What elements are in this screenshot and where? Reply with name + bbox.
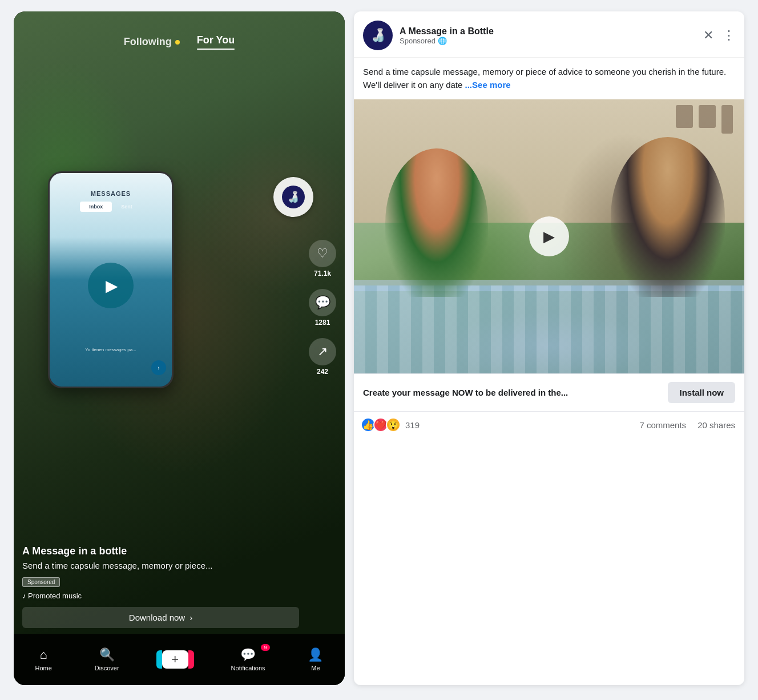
fb-avatar: 🍶	[363, 21, 393, 50]
nav-me-label: Me	[311, 665, 320, 671]
cta-label: Download now	[129, 613, 185, 622]
comment-icon: 💬	[309, 289, 336, 316]
fb-video-thumbnail[interactable]: ▶	[354, 99, 744, 373]
nav-discover-label: Discover	[95, 665, 119, 671]
notification-icon: 💬	[240, 647, 256, 662]
fb-description-text: Send a time capsule message, memory or p…	[363, 67, 726, 90]
fb-cta-text: Create your message NOW to be delivered …	[363, 388, 568, 397]
home-icon: ⌂	[40, 647, 47, 662]
shelf-item	[699, 105, 716, 128]
nav-me[interactable]: 👤 Me	[308, 647, 323, 671]
fb-cta-section: Create your message NOW to be delivered …	[354, 373, 744, 411]
phone-screen: MESSAGES Inbox Sent ▶ Yo tienen messages…	[50, 173, 172, 387]
fb-header: 🍶 A Message in a Bottle Sponsored 🌐 ✕ ⋮	[354, 11, 744, 58]
like-count: 71.1k	[314, 269, 331, 277]
shelf-item	[721, 105, 733, 134]
bottom-nav: ⌂ Home 🔍 Discover + 💬 9 Notifications 👤 …	[14, 634, 345, 685]
nav-plus[interactable]: +	[162, 650, 188, 669]
fb-info: A Message in a Bottle Sponsored 🌐	[400, 26, 696, 45]
cta-arrow: ›	[190, 613, 192, 622]
notification-badge: 9	[261, 644, 269, 651]
shelf-item	[676, 105, 693, 128]
share-icon: ↗	[309, 338, 336, 365]
reaction-emojis: 👍 ❤️ 😲	[363, 417, 401, 432]
fb-avatar-icon: 🍶	[370, 28, 386, 43]
fb-play-button[interactable]: ▶	[529, 216, 569, 256]
phone-tab-sent[interactable]: Sent	[112, 202, 142, 212]
like-icon: ♡	[309, 240, 336, 267]
sponsored-badge: Sponsored	[22, 577, 60, 587]
nav-home[interactable]: ⌂ Home	[35, 647, 51, 671]
nav-discover[interactable]: 🔍 Discover	[95, 647, 119, 671]
fb-globe-icon: 🌐	[438, 37, 447, 45]
phone-tab-inbox[interactable]: Inbox	[80, 202, 112, 212]
person-left	[385, 148, 488, 297]
content-description: Send a time capsule message, memory or p…	[22, 561, 299, 570]
tiktok-top-bar: Following For You	[14, 11, 345, 61]
phone-play-button[interactable]: ▶	[88, 263, 134, 308]
right-actions: ♡ 71.1k 💬 1281 ↗ 242	[309, 240, 336, 376]
tab-for-you[interactable]: For You	[197, 34, 235, 50]
plus-button[interactable]: +	[162, 650, 188, 669]
cta-bar[interactable]: Download now ›	[22, 607, 299, 628]
facebook-panel: 🍶 A Message in a Bottle Sponsored 🌐 ✕ ⋮ …	[354, 11, 744, 685]
share-count: 242	[317, 368, 328, 376]
fb-sponsored: Sponsored 🌐	[400, 37, 696, 45]
fb-reactions-left: 👍 ❤️ 😲 319	[363, 417, 420, 432]
bottom-content: A Message in a bottle Send a time capsul…	[22, 545, 299, 628]
bottle-icon-overlay: 🍶	[273, 177, 313, 217]
discover-icon: 🔍	[99, 647, 115, 662]
fb-sponsored-label: Sponsored	[400, 37, 436, 45]
tablecloth	[354, 285, 744, 373]
tab-following[interactable]: Following	[124, 36, 180, 48]
person-right	[611, 137, 725, 297]
phone-messages-label: MESSAGES	[91, 190, 131, 197]
fb-header-actions: ✕ ⋮	[703, 28, 735, 43]
fb-description: Send a time capsule message, memory or p…	[354, 58, 744, 99]
profile-icon: 👤	[308, 647, 323, 662]
phone-play-icon: ▶	[106, 276, 118, 295]
nav-notifications-label: Notifications	[231, 665, 265, 671]
phone-tabs: Inbox Sent	[80, 202, 142, 212]
tiktok-panel: Following For You MESSAGES Inbox Sent ▶ …	[14, 11, 345, 685]
music-line: ♪ Promoted music	[22, 592, 299, 600]
fb-close-button[interactable]: ✕	[703, 28, 713, 43]
fb-reactions-right: 7 comments 20 shares	[639, 420, 735, 430]
fb-shares-count[interactable]: 20 shares	[697, 420, 735, 430]
fb-page-name[interactable]: A Message in a Bottle	[400, 26, 696, 37]
nav-home-label: Home	[35, 665, 51, 671]
fb-comments-count[interactable]: 7 comments	[639, 420, 686, 430]
like-action[interactable]: ♡ 71.1k	[309, 240, 336, 277]
fb-more-options-button[interactable]: ⋮	[723, 28, 735, 43]
content-title: A Message in a bottle	[22, 545, 299, 557]
phone-bottom-text: Yo tienen messages pa...	[55, 347, 166, 352]
shelf-items	[676, 105, 733, 134]
comment-action[interactable]: 💬 1281	[309, 289, 336, 327]
fb-install-button[interactable]: Install now	[668, 382, 735, 403]
nav-notifications[interactable]: 💬 9 Notifications	[231, 647, 265, 671]
phone-mockup: MESSAGES Inbox Sent ▶ Yo tienen messages…	[48, 171, 174, 388]
bottle-icon: 🍶	[282, 186, 305, 208]
plus-icon: +	[171, 652, 179, 667]
comment-count: 1281	[315, 319, 330, 327]
fb-see-more[interactable]: ...See more	[465, 80, 511, 90]
phone-bottom-btn[interactable]: ›	[151, 360, 166, 375]
reaction-count: 319	[405, 420, 420, 430]
share-action[interactable]: ↗ 242	[309, 338, 336, 376]
fb-play-icon: ▶	[543, 228, 555, 246]
wow-reaction: 😲	[386, 417, 401, 432]
fb-reactions-bar: 👍 ❤️ 😲 319 7 comments 20 shares	[354, 411, 744, 440]
